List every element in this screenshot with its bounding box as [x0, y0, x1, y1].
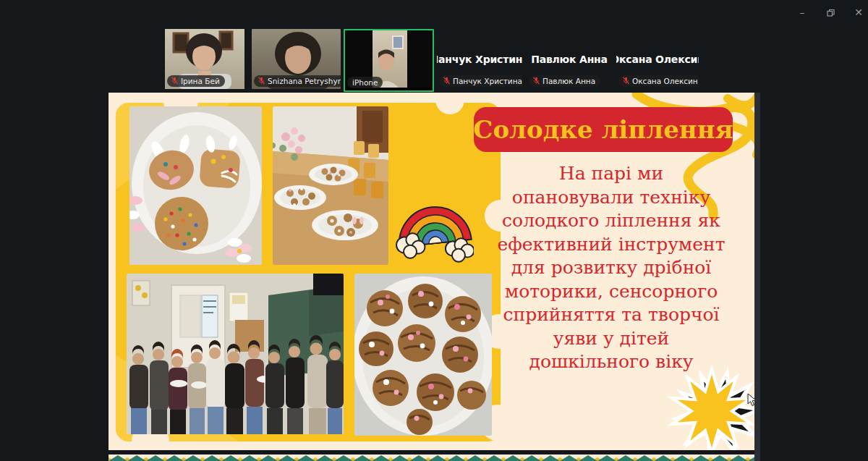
body-line: солодкого ліплення як	[467, 209, 754, 233]
name-tag: Панчук Христина	[439, 75, 522, 87]
shared-screen-slide: Солодке ліплення На парі ми опановували …	[109, 93, 754, 450]
name-tag: Ірина Бей	[167, 75, 225, 87]
mic-muted-icon	[532, 77, 540, 86]
name-tag-label: Павлюк Анна	[542, 77, 595, 85]
restore-icon	[826, 8, 835, 17]
minimize-button[interactable]: –	[791, 3, 813, 22]
video-tile-panchuk-khrystyna[interactable]: Панчук Христина Панчук Христина	[437, 29, 522, 89]
name-tag: iPhone	[347, 77, 383, 88]
body-line: дошкільного віку	[467, 350, 754, 374]
mouse-cursor	[747, 393, 757, 407]
participant-name: Оксана Олексин	[616, 54, 699, 65]
participant-name: Панчук Христина	[437, 54, 522, 65]
name-tag: Оксана Олексин	[618, 75, 699, 87]
minimize-icon: –	[800, 7, 805, 18]
slide-body-text: На парі ми опановували техніку солодкого…	[467, 162, 754, 374]
video-tile-oksana-oleksyn[interactable]: Оксана Олексин Оксана Олексин	[616, 29, 699, 89]
body-line: опановували техніку	[467, 186, 754, 210]
slide-title: Солодке ліплення	[473, 115, 733, 144]
mic-muted-icon	[258, 77, 265, 86]
name-tag: Snizhana Petryshyn	[254, 75, 341, 87]
name-tag-label: Панчук Христина	[453, 77, 522, 85]
close-button[interactable]: ✕	[848, 3, 868, 22]
close-icon: ✕	[854, 7, 863, 18]
video-tile-iryna-bei[interactable]: Ірина Бей	[165, 29, 244, 89]
mic-muted-icon	[443, 77, 451, 86]
video-tile-pavliuk-anna[interactable]: Павлюк Анна Павлюк Анна	[527, 29, 612, 89]
slide-title-banner: Солодке ліплення	[474, 107, 733, 152]
participant-name: Павлюк Анна	[531, 54, 608, 65]
video-tile-iphone[interactable]: iPhone	[344, 29, 434, 92]
meeting-window: – ✕ Ірина Бей	[0, 0, 868, 461]
body-line: моторики, сенсорного	[467, 280, 754, 304]
body-line: На парі ми	[467, 162, 754, 186]
body-line: уяви у дітей	[467, 327, 754, 351]
next-slide-preview-strip	[109, 454, 754, 461]
body-line: для розвитку дрібної	[467, 256, 754, 280]
mic-muted-icon	[622, 77, 630, 86]
name-tag: Павлюк Анна	[529, 75, 600, 87]
name-tag-label: iPhone	[352, 78, 378, 87]
rainbow-icon	[394, 187, 474, 263]
mic-muted-icon	[171, 77, 179, 86]
starburst-icon	[667, 366, 754, 450]
body-line: сприйняття та творчої	[467, 303, 754, 327]
name-tag-label: Snizhana Petryshyn	[268, 77, 341, 85]
body-line: ефективний інструмент	[467, 233, 754, 257]
video-tile-snizhana-petryshyn[interactable]: Snizhana Petryshyn	[252, 29, 341, 89]
name-tag-label: Ірина Бей	[181, 77, 220, 85]
name-tag-label: Оксана Олексин	[632, 77, 698, 85]
maximize-button[interactable]	[820, 3, 841, 22]
